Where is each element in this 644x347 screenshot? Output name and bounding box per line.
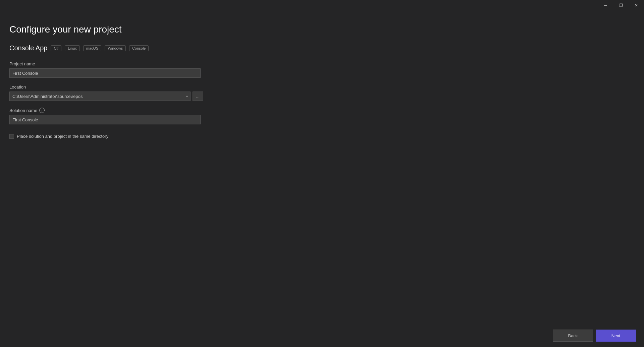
title-bar: ─ ❐ ✕ <box>0 0 644 11</box>
close-button[interactable]: ✕ <box>629 0 644 11</box>
location-select[interactable]: C:\Users\Administrator\source\repos <box>9 92 191 101</box>
tag-csharp: C# <box>51 45 61 51</box>
tag-linux: Linux <box>65 45 79 51</box>
tag-windows: Windows <box>105 45 126 51</box>
same-directory-checkbox[interactable] <box>9 134 14 139</box>
location-row: C:\Users\Administrator\source\repos ... <box>9 92 635 101</box>
next-button[interactable]: Next <box>596 330 636 342</box>
page-title: Configure your new project <box>9 24 635 35</box>
main-window: ─ ❐ ✕ Configure your new project Console… <box>0 0 644 347</box>
location-group: Location C:\Users\Administrator\source\r… <box>9 84 635 101</box>
page-content: Configure your new project Console App C… <box>0 11 644 324</box>
minimize-button[interactable]: ─ <box>598 0 613 11</box>
tag-macos: macOS <box>83 45 102 51</box>
restore-button[interactable]: ❐ <box>613 0 629 11</box>
solution-name-label: Solution name i <box>9 108 635 113</box>
tag-console: Console <box>129 45 149 51</box>
checkbox-row: Place solution and project in the same d… <box>9 134 635 139</box>
browse-button[interactable]: ... <box>193 92 203 101</box>
app-name: Console App <box>9 44 47 52</box>
solution-name-info-icon[interactable]: i <box>39 108 45 113</box>
solution-name-input[interactable] <box>9 115 201 124</box>
location-label: Location <box>9 84 635 90</box>
footer: Back Next <box>0 324 644 347</box>
project-name-group: Project name <box>9 61 635 78</box>
same-directory-label[interactable]: Place solution and project in the same d… <box>17 134 108 139</box>
project-name-label: Project name <box>9 61 635 66</box>
location-select-wrapper: C:\Users\Administrator\source\repos <box>9 92 191 101</box>
app-name-row: Console App C# Linux macOS Windows Conso… <box>9 44 635 52</box>
solution-name-group: Solution name i <box>9 108 635 124</box>
back-button[interactable]: Back <box>553 330 593 342</box>
project-name-input[interactable] <box>9 68 201 78</box>
